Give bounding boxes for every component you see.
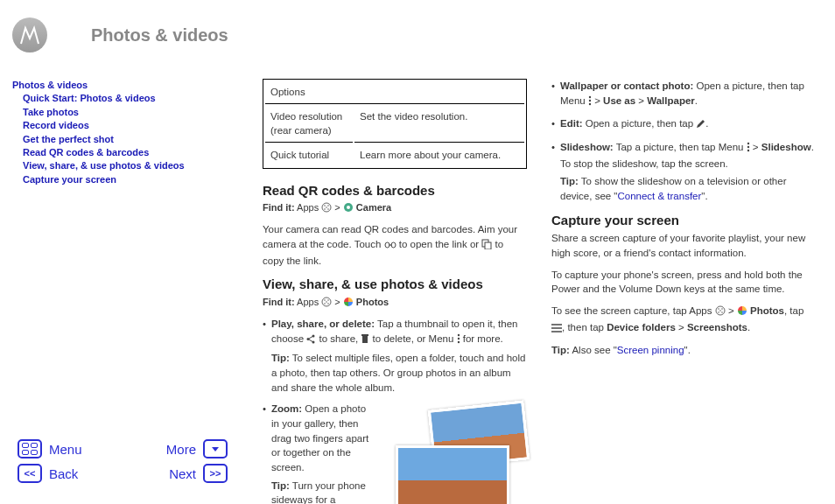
nav-footer: Menu More << Back Next >> bbox=[18, 439, 228, 488]
svg-point-2 bbox=[327, 206, 329, 207]
cap-c: , tap bbox=[784, 305, 803, 316]
trash-icon bbox=[361, 333, 369, 348]
svg-point-34 bbox=[747, 146, 748, 148]
photos-app-icon bbox=[737, 305, 747, 320]
b1-t4: for more. bbox=[460, 333, 503, 344]
wp-t3: > bbox=[635, 95, 647, 106]
hamburger-icon bbox=[551, 322, 562, 337]
apps-grid-icon bbox=[321, 202, 332, 217]
copy-icon bbox=[481, 239, 492, 254]
svg-rect-12 bbox=[485, 242, 491, 249]
findit-apps-2: Apps bbox=[297, 297, 319, 307]
slide-tip2: ". bbox=[701, 191, 707, 201]
sidebar-item-view-share[interactable]: View, share, & use photos & videos bbox=[12, 159, 214, 172]
photo-thumb-front bbox=[396, 445, 509, 504]
apps-grid-icon bbox=[715, 305, 726, 320]
link-connect-transfer[interactable]: Connect & transfer bbox=[617, 191, 701, 201]
menu-label: Menu bbox=[49, 442, 82, 457]
sidebar-item-capture-screen[interactable]: Capture your screen bbox=[12, 173, 214, 186]
svg-rect-26 bbox=[361, 334, 368, 336]
svg-point-27 bbox=[457, 334, 459, 336]
svg-point-41 bbox=[719, 310, 721, 312]
content-column-left: Options Video resolution (rear camera) S… bbox=[263, 79, 527, 504]
svg-line-24 bbox=[309, 340, 312, 342]
camera-app-icon bbox=[343, 202, 354, 217]
capture-p2: To capture your phone's screen, press an… bbox=[551, 268, 816, 297]
share-icon bbox=[306, 333, 316, 348]
sidebar-item-perfect-shot[interactable]: Get the perfect shot bbox=[12, 133, 214, 146]
motorola-logo bbox=[12, 18, 47, 52]
sidebar-item-root[interactable]: Photos & videos bbox=[12, 79, 214, 92]
svg-point-3 bbox=[324, 209, 326, 211]
heading-capture: Capture your screen bbox=[551, 211, 816, 230]
svg-rect-25 bbox=[362, 336, 368, 343]
svg-point-1 bbox=[324, 206, 326, 207]
svg-point-5 bbox=[326, 207, 327, 209]
cap-e: > bbox=[676, 322, 687, 332]
svg-point-31 bbox=[589, 99, 591, 101]
capture-p1: Share a screen capture of your favorite … bbox=[551, 231, 816, 260]
cap-f: . bbox=[747, 322, 750, 332]
cap-photos: Photos bbox=[750, 305, 784, 316]
slide-tgt: Slideshow bbox=[761, 142, 811, 152]
sidebar-item-qr-codes[interactable]: Read QR codes & barcodes bbox=[12, 146, 214, 159]
svg-point-15 bbox=[327, 299, 329, 301]
b1-t3: to delete, or Menu bbox=[369, 333, 456, 344]
b1-label: Play, share, or delete: bbox=[271, 318, 375, 329]
bullet-play-share: Play, share, or delete: Tap a thumbnail … bbox=[263, 317, 527, 395]
apps-grid-icon bbox=[321, 297, 332, 312]
next-button[interactable]: Next >> bbox=[169, 464, 228, 483]
back-label: Back bbox=[49, 466, 78, 481]
heading-qr: Read QR codes & barcodes bbox=[263, 181, 527, 200]
b1-tip-label: Tip: bbox=[271, 353, 290, 363]
wp-t2: > bbox=[592, 95, 603, 106]
options-header: Options bbox=[265, 81, 524, 104]
capture-p3: To see the screen capture, tap Apps > Ph… bbox=[551, 304, 816, 336]
bullet-zoom: Zoom: Open a photo in your gallery, then… bbox=[263, 402, 527, 504]
svg-point-39 bbox=[718, 312, 719, 313]
edit-t1: Open a picture, then tap bbox=[583, 118, 697, 129]
wp-wp: Wallpaper bbox=[647, 95, 695, 106]
link-screen-pinning[interactable]: Screen pinning bbox=[617, 345, 684, 355]
slide-t2: > bbox=[750, 142, 761, 152]
option-desc-video: Set the video resolution. bbox=[354, 106, 524, 143]
wallpaper-label: Wallpaper or contact photo: bbox=[560, 80, 693, 91]
sidebar-item-record-videos[interactable]: Record videos bbox=[12, 119, 214, 132]
pencil-icon bbox=[696, 118, 705, 133]
svg-line-23 bbox=[309, 336, 312, 339]
menu-button[interactable]: Menu bbox=[18, 439, 82, 458]
heading-view: View, share, & use photos & videos bbox=[263, 275, 527, 294]
more-label: More bbox=[166, 442, 196, 457]
option-label-tutorial: Quick tutorial bbox=[265, 144, 353, 166]
sidebar-item-quickstart[interactable]: Quick Start: Photos & videos bbox=[12, 92, 214, 105]
findit-qr: Find it: Apps > Camera bbox=[263, 201, 527, 217]
b2-label: Zoom: bbox=[271, 403, 302, 414]
cap-screenshots: Screenshots bbox=[687, 322, 747, 332]
svg-point-38 bbox=[721, 308, 723, 310]
next-label: Next bbox=[169, 466, 196, 481]
findit-target-2: Photos bbox=[356, 297, 389, 307]
back-arrows-icon: << bbox=[18, 464, 42, 483]
findit-label-2: Find it: bbox=[263, 297, 295, 307]
bullet-edit: Edit: Open a picture, then tap . bbox=[551, 116, 816, 133]
qr-body-2: to open the link or bbox=[396, 239, 482, 249]
more-button[interactable]: More bbox=[166, 439, 228, 458]
svg-point-17 bbox=[327, 303, 329, 304]
menu-grid-icon bbox=[18, 439, 42, 458]
sidebar-item-take-photos[interactable]: Take photos bbox=[12, 106, 214, 119]
cap-device: Device folders bbox=[607, 322, 676, 332]
slide-tip-label: Tip: bbox=[560, 176, 579, 186]
back-button[interactable]: << Back bbox=[18, 464, 78, 483]
slide-t1: Tap a picture, then tap Menu bbox=[614, 142, 747, 152]
bullet-wallpaper: Wallpaper or contact photo: Open a pictu… bbox=[551, 79, 816, 109]
svg-point-28 bbox=[457, 338, 459, 340]
wp-t4: . bbox=[695, 95, 698, 106]
edit-label: Edit: bbox=[560, 118, 583, 129]
link-icon bbox=[384, 239, 396, 254]
b1-tip: To select multiple files, open a folder,… bbox=[271, 353, 525, 392]
slide-label: Slideshow: bbox=[560, 142, 614, 152]
cap-tip-label: Tip: bbox=[551, 345, 570, 355]
content-column-right: Wallpaper or contact photo: Open a pictu… bbox=[551, 79, 816, 504]
sidebar-nav: Photos & videos Quick Start: Photos & vi… bbox=[12, 79, 214, 186]
photos-app-icon bbox=[343, 297, 354, 312]
